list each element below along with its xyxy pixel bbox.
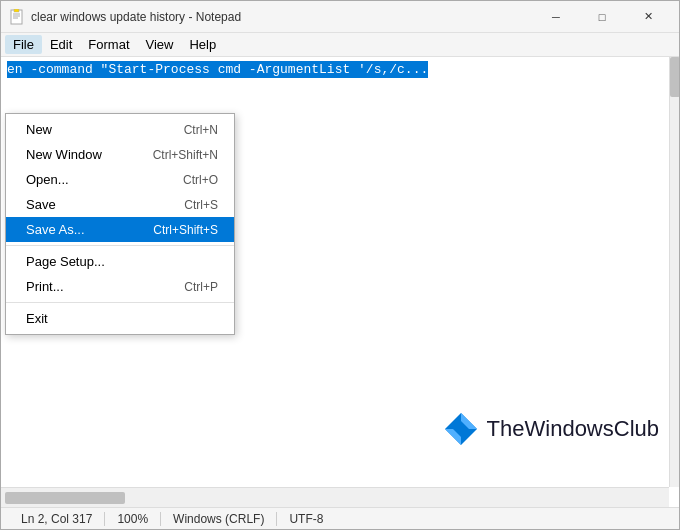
menu-new-window-shortcut: Ctrl+Shift+N xyxy=(153,148,218,162)
menu-save-shortcut: Ctrl+S xyxy=(184,198,218,212)
menu-edit[interactable]: Edit xyxy=(42,35,80,54)
menu-new-shortcut: Ctrl+N xyxy=(184,123,218,137)
menu-save-as-label: Save As... xyxy=(26,222,85,237)
svg-rect-1 xyxy=(14,9,19,12)
window-controls: ─ □ ✕ xyxy=(533,1,671,33)
menu-print[interactable]: Print... Ctrl+P xyxy=(6,274,234,299)
horizontal-scrollbar-thumb[interactable] xyxy=(5,492,125,504)
menu-exit[interactable]: Exit xyxy=(6,306,234,331)
menu-page-setup-label: Page Setup... xyxy=(26,254,105,269)
window-title: clear windows update history - Notepad xyxy=(31,10,533,24)
vertical-scrollbar[interactable] xyxy=(669,57,679,487)
editor-text: en -command "Start-Process cmd -Argument… xyxy=(1,57,669,82)
minimize-button[interactable]: ─ xyxy=(533,1,579,33)
status-zoom: 100% xyxy=(105,512,161,526)
menu-view[interactable]: View xyxy=(138,35,182,54)
editor-highlighted-line: en -command "Start-Process cmd -Argument… xyxy=(7,61,428,78)
maximize-button[interactable]: □ xyxy=(579,1,625,33)
menu-file[interactable]: File xyxy=(5,35,42,54)
title-bar: clear windows update history - Notepad ─… xyxy=(1,1,679,33)
menu-page-setup[interactable]: Page Setup... xyxy=(6,249,234,274)
notepad-window: clear windows update history - Notepad ─… xyxy=(0,0,680,530)
menu-print-shortcut: Ctrl+P xyxy=(184,280,218,294)
horizontal-scrollbar[interactable] xyxy=(1,487,669,507)
menu-separator-1 xyxy=(6,245,234,246)
menu-save-label: Save xyxy=(26,197,56,212)
menu-new[interactable]: New Ctrl+N xyxy=(6,117,234,142)
status-position: Ln 2, Col 317 xyxy=(9,512,105,526)
menu-open-shortcut: Ctrl+O xyxy=(183,173,218,187)
menu-help[interactable]: Help xyxy=(181,35,224,54)
status-line-ending: Windows (CRLF) xyxy=(161,512,277,526)
menu-open-label: Open... xyxy=(26,172,69,187)
file-dropdown-menu: New Ctrl+N New Window Ctrl+Shift+N Open.… xyxy=(5,113,235,335)
menu-exit-label: Exit xyxy=(26,311,48,326)
vertical-scrollbar-thumb[interactable] xyxy=(670,57,679,97)
status-encoding: UTF-8 xyxy=(277,512,335,526)
close-button[interactable]: ✕ xyxy=(625,1,671,33)
app-icon xyxy=(9,9,25,25)
menu-separator-2 xyxy=(6,302,234,303)
menu-print-label: Print... xyxy=(26,279,64,294)
menu-new-window[interactable]: New Window Ctrl+Shift+N xyxy=(6,142,234,167)
watermark: TheWindowsClub xyxy=(443,411,659,447)
menu-open[interactable]: Open... Ctrl+O xyxy=(6,167,234,192)
menu-new-label: New xyxy=(26,122,52,137)
menu-bar: File Edit Format View Help xyxy=(1,33,679,57)
menu-save[interactable]: Save Ctrl+S xyxy=(6,192,234,217)
menu-save-as-shortcut: Ctrl+Shift+S xyxy=(153,223,218,237)
menu-format[interactable]: Format xyxy=(80,35,137,54)
menu-new-window-label: New Window xyxy=(26,147,102,162)
watermark-text: TheWindowsClub xyxy=(487,416,659,442)
menu-save-as[interactable]: Save As... Ctrl+Shift+S xyxy=(6,217,234,242)
status-bar: Ln 2, Col 317 100% Windows (CRLF) UTF-8 xyxy=(1,507,679,529)
editor-area[interactable]: en -command "Start-Process cmd -Argument… xyxy=(1,57,679,507)
